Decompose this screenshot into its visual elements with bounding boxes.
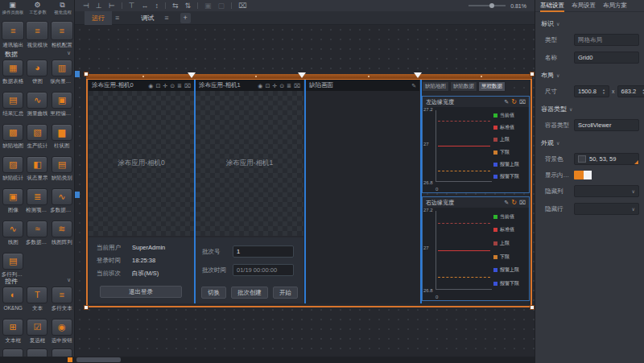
delete-icon[interactable]: ⌧: [519, 200, 526, 205]
color-swatch[interactable]: [578, 155, 586, 163]
align-bottom-icon[interactable]: ⊥: [96, 0, 102, 11]
type-field[interactable]: 网格布局: [574, 34, 639, 46]
display-content-toggle[interactable]: [574, 171, 592, 179]
line-array-icon[interactable]: ≋: [52, 221, 72, 237]
chart-left-edge-width[interactable]: 左边缘宽度 ✎ ↻ ⌧ 27.2 27 26.8 0 当前值 标准值: [422, 96, 530, 193]
line-chart-icon[interactable]: ∿: [2, 221, 23, 237]
refresh-icon[interactable]: ↻: [511, 200, 517, 206]
chevron-down-icon[interactable]: ∨: [67, 277, 71, 286]
palette-item[interactable]: ∿ 测量曲线: [25, 92, 49, 124]
palette-item[interactable]: ∿ 多数据折…: [50, 188, 74, 221]
tab-run[interactable]: 运行: [85, 11, 112, 25]
palette-item[interactable]: ⊞ 文本框: [1, 319, 25, 351]
text-icon[interactable]: T: [27, 287, 47, 303]
align-left-icon[interactable]: ⊣: [83, 0, 89, 11]
sidebar-group[interactable]: ⚙ 工艺参数: [26, 1, 50, 16]
delete-icon[interactable]: ⌧: [294, 83, 300, 89]
eye-icon[interactable]: ◉: [258, 83, 262, 89]
multi-data-line-icon[interactable]: ≈: [27, 221, 47, 237]
camera0-panel-body[interactable]: 涂布应用-相机0: [89, 91, 194, 236]
textbox-icon[interactable]: ⊞: [2, 319, 23, 336]
edge-handle[interactable]: [75, 192, 80, 198]
picker-grip-icon[interactable]: [634, 160, 638, 164]
palette-item[interactable]: ∿ 线图: [1, 221, 25, 253]
inspect-log-icon[interactable]: ≣: [27, 188, 47, 205]
edit-icon[interactable]: ✎: [504, 99, 509, 105]
data-tab[interactable]: 缺陷地图: [422, 81, 449, 92]
palette-item[interactable]: ≋ 线图阵列: [50, 221, 74, 253]
data-tab[interactable]: 缺陷数据: [450, 81, 477, 92]
image-icon[interactable]: ▣: [2, 188, 23, 205]
measure-curve-icon[interactable]: ∿: [27, 92, 47, 109]
data-table-icon[interactable]: ▦: [2, 60, 23, 76]
comm-output-icon[interactable]: ≡: [2, 21, 24, 40]
palette-item[interactable]: ▤ 缺陷类别: [50, 156, 74, 188]
section-header-data[interactable]: 数据 ∨: [5, 50, 71, 59]
palette-item[interactable]: ▆ 柱状图: [50, 124, 74, 156]
palette-item[interactable]: ▧ 生产统计: [25, 124, 49, 156]
palette-item[interactable]: ▨ 缺陷统计: [1, 156, 25, 188]
height-field[interactable]: 683.2 ▲▼: [617, 85, 644, 97]
background-color-field[interactable]: 50, 53, 59: [574, 153, 639, 165]
sidebar-group[interactable]: ⧉ 视觉流程: [51, 1, 75, 16]
camera1-panel-header[interactable]: 涂布应用-相机1 ◉⊡✛⊙≣⌧: [196, 80, 303, 91]
one-to-one-icon[interactable]: ⊡: [155, 83, 160, 89]
scrollbar-thumb[interactable]: [76, 357, 121, 362]
palette-item[interactable]: ≡ 视觉模块: [25, 21, 49, 53]
production-stats-icon[interactable]: ▧: [27, 124, 47, 141]
stepper-icon[interactable]: ▲▼: [602, 89, 605, 94]
name-field[interactable]: Grid0: [574, 52, 639, 64]
refresh-icon[interactable]: ↻: [511, 99, 517, 105]
edge-handle[interactable]: [75, 71, 80, 77]
palette-item[interactable]: ▣ 图像: [1, 188, 25, 221]
grid0-selection-bar[interactable]: [86, 74, 532, 80]
palette-item[interactable]: T 文本: [25, 287, 49, 319]
edit-icon[interactable]: ✎: [411, 83, 416, 89]
palette-item[interactable]: ◧ 状态显示: [25, 156, 49, 188]
zoom-slider[interactable]: [469, 5, 506, 6]
properties-tab[interactable]: 布局设置: [572, 0, 596, 12]
resize-handle[interactable]: [84, 305, 89, 310]
lock-icon[interactable]: ⊙: [279, 83, 284, 89]
palette-item[interactable]: ≡ 相机配置: [50, 21, 74, 53]
tab-menu-icon[interactable]: ≡: [115, 14, 119, 22]
batch-time-input[interactable]: 01/19 00:00:00: [233, 264, 294, 276]
palette-item[interactable]: ≡ 通讯输出: [1, 21, 25, 53]
palette-item[interactable]: ▦ 数据表格: [1, 60, 25, 92]
result-summary-icon[interactable]: ▤: [2, 92, 23, 109]
pie-chart-icon[interactable]: ◕: [27, 60, 47, 76]
mileage-encoder-icon[interactable]: ▣: [52, 92, 72, 109]
group-icon[interactable]: ▣: [204, 0, 212, 11]
add-tab-button[interactable]: +: [180, 13, 191, 23]
edit-icon[interactable]: ✎: [504, 200, 509, 205]
multi-row-defect-icon[interactable]: ▤: [2, 253, 23, 270]
ungroup-icon[interactable]: ▢: [217, 0, 225, 11]
bar-chart-icon[interactable]: ▆: [52, 124, 72, 141]
zoom-slider-knob[interactable]: [489, 3, 494, 8]
camera1-panel-body[interactable]: 涂布应用-相机1: [196, 91, 303, 236]
center-vertical-icon[interactable]: ↕: [155, 0, 159, 11]
defect-stats-icon[interactable]: ▨: [2, 156, 23, 173]
list-icon[interactable]: ≣: [287, 83, 291, 89]
column-marker-icon[interactable]: [414, 72, 422, 78]
checkbox-icon[interactable]: ☑: [27, 319, 47, 336]
palette-item[interactable]: ≣ 检测项日志: [25, 188, 49, 221]
column-marker-icon[interactable]: [188, 72, 196, 78]
delete-icon[interactable]: ⌧: [519, 99, 526, 105]
defect-panel-body[interactable]: [306, 91, 419, 303]
align-right-icon[interactable]: ⊢: [109, 0, 115, 11]
section-container[interactable]: 容器类型∨: [541, 105, 644, 113]
tab-menu-icon[interactable]: ≡: [164, 14, 168, 22]
section-layout[interactable]: 布局∨: [541, 71, 644, 80]
defect-panel-header[interactable]: 缺陷画面 ✎: [306, 80, 419, 91]
camera-icon[interactable]: ✛: [272, 83, 277, 89]
properties-tab[interactable]: 基础设置: [540, 0, 564, 12]
hidden-columns-select[interactable]: ∨: [574, 185, 639, 197]
chart-right-edge-width[interactable]: 右边缘宽度 ✎ ↻ ⌧ 27.2 27 26.8 0 当前值 标准值: [422, 196, 530, 301]
palette-item[interactable]: ▥ 纵向显示…: [50, 60, 74, 92]
center-horizontal-icon[interactable]: ↔: [141, 0, 148, 11]
column-marker-icon[interactable]: [298, 72, 306, 78]
section-identity[interactable]: 标识∨: [541, 19, 644, 28]
container-type-field[interactable]: ScrollViewer: [574, 119, 639, 131]
lock-icon[interactable]: ⊙: [170, 83, 175, 89]
